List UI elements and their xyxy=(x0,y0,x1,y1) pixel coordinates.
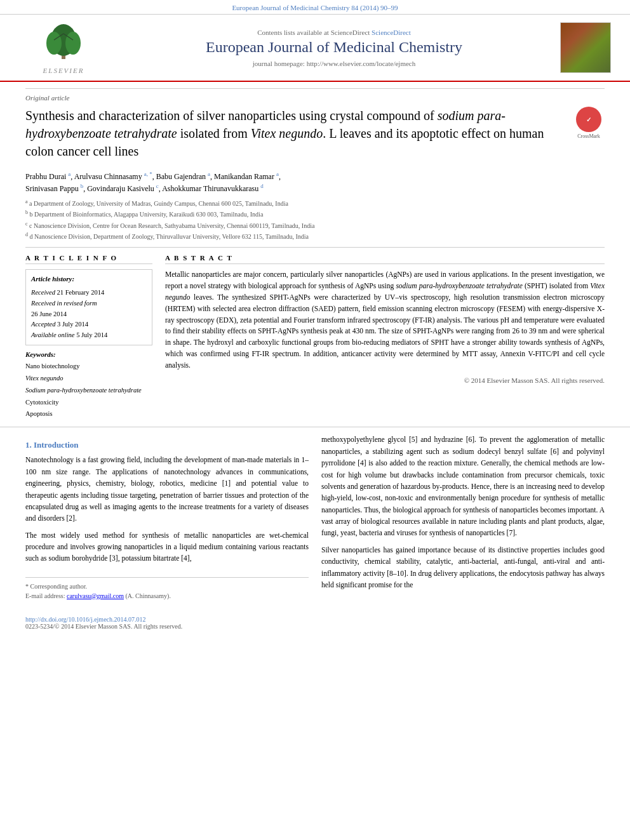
copyright-notice: © 2014 Elsevier Masson SAS. All rights r… xyxy=(165,377,605,384)
email-link[interactable]: carulvasu@gmail.com xyxy=(67,592,124,599)
affiliation-d: d d Nanoscience Division, Department of … xyxy=(25,231,605,242)
svg-point-2 xyxy=(46,32,62,55)
affiliation-a: a a Department of Zoology, University of… xyxy=(25,198,605,209)
elsevier-tree-icon xyxy=(29,21,98,65)
article-title: Synthesis and characterization of silver… xyxy=(25,107,560,160)
svg-point-3 xyxy=(65,32,81,55)
keyword-2: Vitex negundo xyxy=(25,373,152,385)
received-entry: Received 21 February 2014 xyxy=(31,288,147,298)
sciencedirect-notice: Contents lists available at ScienceDirec… xyxy=(114,29,554,36)
article-type-label: Original article xyxy=(25,88,605,102)
keyword-5: Apoptosis xyxy=(25,408,152,420)
body-right-column: methoxypolyethylene glycol [5] and hydra… xyxy=(321,434,605,630)
accepted-entry: Accepted 3 July 2014 xyxy=(31,319,147,330)
journal-title: European Journal of Medicinal Chemistry xyxy=(114,39,554,56)
abstract-column: A B S T R A C T Metallic nanoparticles a… xyxy=(165,254,605,420)
keywords-section: Keywords: Nano biotechnology Vitex negun… xyxy=(25,350,152,420)
doi-link[interactable]: http://dx.doi.org/10.1016/j.ejmech.2014.… xyxy=(25,616,309,623)
article-content: Original article Synthesis and character… xyxy=(0,82,630,427)
keyword-4: Cytotoxicity xyxy=(25,397,152,409)
journal-cover-image xyxy=(554,22,617,73)
journal-citation: European Journal of Medicinal Chemistry … xyxy=(232,4,398,11)
sciencedirect-link[interactable]: ScienceDirect xyxy=(372,29,411,36)
journal-homepage: journal homepage: http://www.elsevier.co… xyxy=(114,60,554,67)
keyword-3: Sodium para-hydroxybenzoate tetrahydrate xyxy=(25,385,152,397)
right-paragraph-2: Silver nanoparticles has gained importan… xyxy=(321,544,605,591)
article-info-abstract-section: A R T I C L E I N F O Article history: R… xyxy=(25,254,605,420)
article-info-column: A R T I C L E I N F O Article history: R… xyxy=(25,254,152,420)
publisher-logo-section: ELSEVIER xyxy=(13,21,114,74)
footnote-section: * Corresponding author. E-mail address: … xyxy=(25,577,309,630)
intro-paragraph-1: Nanotechnology is a fast growing field, … xyxy=(25,454,309,524)
issn-copyright: 0223-5234/© 2014 Elsevier Masson SAS. Al… xyxy=(25,623,309,630)
main-body: 1. Introduction Nanotechnology is a fast… xyxy=(0,427,630,643)
email-note: E-mail address: carulvasu@gmail.com (A. … xyxy=(25,591,309,601)
crossmark-badge[interactable]: ✓ CrossMark xyxy=(573,107,605,139)
keywords-title: Keywords: xyxy=(25,350,152,358)
crossmark-label: CrossMark xyxy=(577,133,600,139)
affiliation-c: c c Nanoscience Division, Centre for Oce… xyxy=(25,220,605,231)
article-title-block: Synthesis and characterization of silver… xyxy=(25,107,573,163)
intro-paragraph-2: The most widely used method for synthesi… xyxy=(25,530,309,564)
affiliations-section: a a Department of Zoology, University of… xyxy=(25,198,605,248)
article-history-title: Article history: xyxy=(31,274,147,285)
online-entry: Available online 5 July 2014 xyxy=(31,330,147,341)
journal-title-section: Contents lists available at ScienceDirec… xyxy=(114,29,554,67)
revised-entry: Received in revised form26 June 2014 xyxy=(31,298,147,320)
introduction-heading: 1. Introduction xyxy=(25,440,309,450)
journal-citation-bar: European Journal of Medicinal Chemistry … xyxy=(0,0,630,15)
body-left-column: 1. Introduction Nanotechnology is a fast… xyxy=(25,434,309,630)
article-info-heading: A R T I C L E I N F O xyxy=(25,254,152,264)
crossmark-icon: ✓ xyxy=(576,107,601,132)
two-column-body: 1. Introduction Nanotechnology is a fast… xyxy=(25,434,605,630)
keyword-1: Nano biotechnology xyxy=(25,361,152,373)
authors-list: Prabhu Durai a, Arulvasu Chinnasamy a, *… xyxy=(25,170,605,194)
article-header: Synthesis and characterization of silver… xyxy=(25,107,605,163)
article-history-box: Article history: Received 21 February 20… xyxy=(25,269,152,345)
affiliation-b: b b Department of Bioinformatics, Alagap… xyxy=(25,209,605,220)
cover-thumbnail xyxy=(560,22,611,73)
right-paragraph-1: methoxypolyethylene glycol [5] and hydra… xyxy=(321,434,605,539)
journal-header: ELSEVIER Contents lists available at Sci… xyxy=(0,15,630,82)
elsevier-brand-text: ELSEVIER xyxy=(43,67,84,74)
abstract-heading: A B S T R A C T xyxy=(165,254,605,264)
abstract-text: Metallic nanoparticles are major concern… xyxy=(165,269,605,371)
corresponding-author-note: * Corresponding author. xyxy=(25,582,309,591)
